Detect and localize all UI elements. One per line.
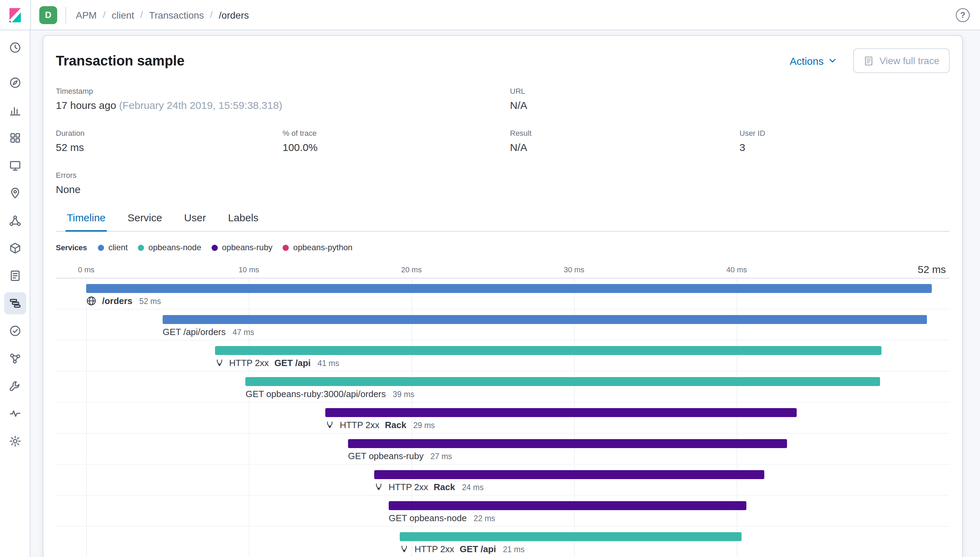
chevron-down-icon — [828, 57, 837, 65]
sidebar-item-recently-viewed[interactable] — [4, 37, 26, 59]
space-badge[interactable]: D — [39, 6, 57, 24]
waterfall-item-label: HTTP 2xxRack29 ms — [325, 420, 435, 430]
sidebar-item-uptime[interactable] — [4, 320, 26, 342]
waterfall-row[interactable]: HTTP 2xxRack24 ms — [56, 465, 950, 496]
sidebar-item-maps[interactable] — [4, 182, 26, 204]
sidebar-item-management[interactable] — [4, 430, 26, 452]
breadcrumb-separator: / — [140, 10, 143, 20]
tab-labels[interactable]: Labels — [227, 205, 260, 231]
waterfall-item-label: /orders52 ms — [86, 296, 161, 306]
metadata-grid: Timestamp 17 hours ago (February 24th 20… — [56, 87, 950, 195]
sidebar-item-monitoring[interactable] — [4, 402, 26, 425]
span-duration: 27 ms — [431, 452, 452, 460]
field-label: Duration — [56, 129, 283, 137]
waterfall-bar[interactable] — [215, 346, 881, 355]
span-duration: 24 ms — [462, 483, 484, 491]
breadcrumb-transactions[interactable]: Transactions — [149, 9, 204, 20]
document-icon — [863, 55, 874, 66]
breadcrumb-separator: / — [103, 10, 106, 20]
waterfall: /orders52 msGET /api/orders47 msHTTP 2xx… — [56, 278, 950, 557]
topbar-divider — [65, 7, 66, 23]
sidebar-item-logs[interactable] — [4, 265, 26, 287]
axis-tick: 30 ms — [564, 265, 584, 274]
waterfall-bar[interactable] — [374, 470, 764, 479]
sidebar-item-infrastructure[interactable] — [4, 237, 26, 259]
breadcrumb-separator: / — [210, 10, 213, 20]
tab-user[interactable]: User — [183, 205, 207, 231]
sidebar-item-apm[interactable] — [4, 292, 26, 314]
waterfall-bar[interactable] — [400, 532, 741, 541]
breadcrumb-service[interactable]: client — [112, 9, 134, 20]
tab-service[interactable]: Service — [126, 205, 163, 231]
span-name: GET /api/orders — [163, 327, 226, 337]
waterfall-row[interactable]: /orders52 ms — [56, 278, 950, 309]
field-value: 100.0% — [283, 141, 510, 153]
field-duration: Duration 52 ms — [56, 129, 283, 153]
kibana-logo[interactable] — [0, 0, 31, 29]
sidebar-item-canvas[interactable] — [4, 155, 26, 176]
span-name: Rack — [434, 482, 455, 492]
legend-dot — [98, 244, 104, 251]
waterfall-bar[interactable] — [86, 284, 932, 293]
actions-menu-button[interactable]: Actions — [790, 55, 837, 67]
result-badge: HTTP 2xx — [414, 544, 454, 554]
sidebar-item-graph[interactable] — [4, 347, 26, 370]
waterfall-item-label: GET opbeans-node22 ms — [389, 513, 495, 523]
legend-item-client: client — [98, 243, 128, 252]
waterfall-bar[interactable] — [163, 315, 927, 324]
breadcrumb: APM / client / Transactions / /orders — [76, 9, 249, 20]
view-full-trace-label: View full trace — [879, 55, 939, 66]
sidebar-item-dev-tools[interactable] — [4, 375, 26, 397]
axis-tick: 10 ms — [239, 265, 259, 274]
field-value: N/A — [510, 99, 739, 111]
waterfall-bar[interactable] — [389, 501, 746, 510]
tab-timeline[interactable]: Timeline — [65, 205, 107, 231]
waterfall-row[interactable]: HTTP 2xxGET /api41 ms — [56, 340, 950, 371]
span-duration: 41 ms — [318, 359, 340, 367]
waterfall-item-label: GET opbeans-ruby27 ms — [348, 451, 452, 461]
waterfall-bar[interactable] — [246, 377, 880, 386]
sidebar-item-visualize[interactable] — [4, 99, 26, 121]
waterfall-item-label: HTTP 2xxGET /api41 ms — [215, 358, 339, 368]
globe-icon — [86, 296, 96, 306]
span-name: GET opbeans-node — [389, 513, 466, 523]
field-label: Result — [510, 129, 739, 137]
maps-icon — [9, 187, 21, 199]
field-value: 17 hours ago (February 24th 2019, 15:59:… — [56, 99, 510, 111]
field-value: 3 — [739, 141, 950, 153]
field-label: Errors — [56, 171, 283, 179]
visualize-icon — [9, 104, 21, 117]
sidebar-item-dashboard[interactable] — [4, 127, 26, 149]
merge-icon — [374, 482, 383, 492]
legend-label: opbeans-node — [148, 243, 201, 252]
waterfall-item-label: HTTP 2xxRack24 ms — [374, 482, 483, 492]
waterfall-row[interactable]: GET opbeans-ruby:3000/api/orders39 ms — [56, 371, 950, 402]
view-full-trace-button[interactable]: View full trace — [853, 48, 950, 73]
actions-label: Actions — [790, 55, 824, 67]
span-duration: 39 ms — [393, 390, 414, 398]
waterfall-row[interactable]: HTTP 2xxRack29 ms — [56, 402, 950, 433]
legend-label: client — [109, 243, 128, 252]
apm-icon — [9, 297, 21, 309]
waterfall-row[interactable]: HTTP 2xxGET /api21 ms — [56, 527, 950, 557]
help-icon[interactable]: ? — [956, 8, 970, 22]
waterfall-row[interactable]: GET /api/orders47 ms — [56, 309, 950, 340]
field-label: URL — [510, 87, 739, 95]
waterfall-bar[interactable] — [325, 408, 797, 417]
waterfall-row[interactable]: GET opbeans-node22 ms — [56, 496, 950, 527]
legend-label: opbeans-python — [293, 243, 353, 252]
field-user-id: User ID 3 — [739, 129, 950, 153]
breadcrumb-apm[interactable]: APM — [76, 9, 97, 20]
canvas-icon — [9, 159, 21, 172]
sidebar-item-machine-learning[interactable] — [4, 210, 26, 231]
waterfall-row[interactable]: GET opbeans-ruby27 ms — [56, 433, 950, 465]
sidebar-item-discover[interactable] — [4, 72, 26, 94]
span-name: GET opbeans-ruby:3000/api/orders — [246, 389, 386, 399]
graph-icon — [9, 352, 21, 365]
uptime-icon — [9, 325, 21, 337]
waterfall-bar[interactable] — [348, 439, 787, 448]
merge-icon — [400, 545, 409, 554]
timeline-axis: 0 ms10 ms20 ms30 ms40 ms52 ms — [56, 258, 950, 278]
legend-item-opbeans-ruby: opbeans-ruby — [211, 243, 273, 252]
legend-item-opbeans-python: opbeans-python — [283, 243, 353, 252]
